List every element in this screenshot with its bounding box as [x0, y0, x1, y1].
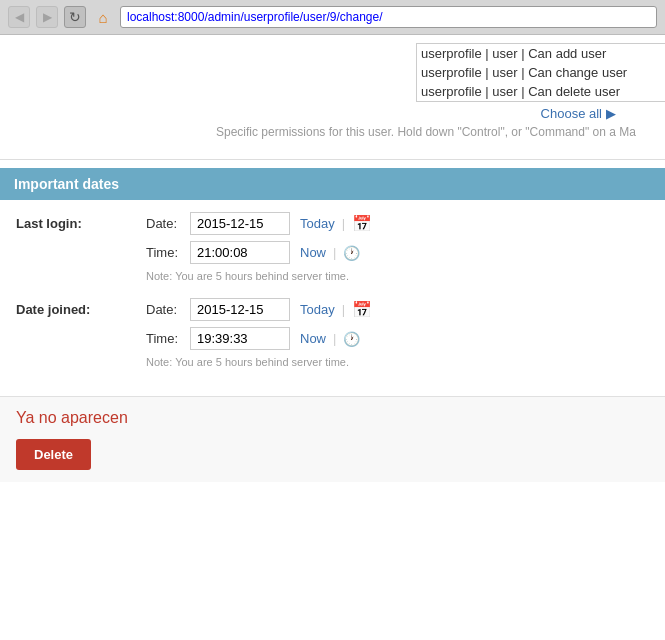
date-joined-clock-icon[interactable]: 🕐 [343, 331, 360, 347]
date-sublabel: Date: [146, 216, 184, 231]
delete-heading: Ya no aparecen [16, 409, 649, 427]
permissions-list[interactable]: userprofile | user | Can add user userpr… [416, 43, 665, 102]
date-joined-label: Date joined: [16, 298, 146, 317]
list-item[interactable]: userprofile | user | Can add user [417, 44, 665, 63]
last-login-today-button[interactable]: Today [300, 216, 335, 231]
last-login-time-row: Time: Now | 🕐 [146, 241, 649, 264]
last-login-calendar-icon[interactable]: 📅 [352, 214, 372, 233]
back-icon: ◀ [15, 10, 24, 24]
last-login-row: Last login: Date: Today | 📅 Time: Now | … [16, 212, 649, 282]
forward-button[interactable]: ▶ [36, 6, 58, 28]
date-joined-calendar-icon[interactable]: 📅 [352, 300, 372, 319]
important-dates-header: Important dates [0, 168, 665, 200]
page-content: userprofile | user | Can add user userpr… [0, 35, 665, 482]
date-joined-note: Note: You are 5 hours behind server time… [146, 356, 649, 368]
date-joined-time-row: Time: Now | 🕐 [146, 327, 649, 350]
date-joined-today-button[interactable]: Today [300, 302, 335, 317]
delete-button[interactable]: Delete [16, 439, 91, 470]
delete-section: Ya no aparecen Delete [0, 396, 665, 482]
choose-all-row: Choose all ▶ [216, 102, 616, 125]
choose-all-arrow-icon: ▶ [606, 106, 616, 121]
forward-icon: ▶ [43, 10, 52, 24]
browser-chrome: ◀ ▶ ↻ ⌂ localhost:8000/admin/userprofile… [0, 0, 665, 35]
form-section: Last login: Date: Today | 📅 Time: Now | … [0, 200, 665, 396]
divider [0, 159, 665, 160]
date-joined-time-sublabel: Time: [146, 331, 184, 346]
date-joined-date-sublabel: Date: [146, 302, 184, 317]
home-icon: ⌂ [98, 9, 107, 26]
list-item[interactable]: userprofile | user | Can change user [417, 63, 665, 82]
permissions-help-text: Specific permissions for this user. Hold… [216, 125, 649, 147]
reload-icon: ↻ [69, 9, 81, 25]
last-login-date-row: Date: Today | 📅 [146, 212, 649, 235]
last-login-now-button[interactable]: Now [300, 245, 326, 260]
back-button[interactable]: ◀ [8, 6, 30, 28]
last-login-note: Note: You are 5 hours behind server time… [146, 270, 649, 282]
date-joined-time-input[interactable] [190, 327, 290, 350]
address-bar[interactable]: localhost:8000/admin/userprofile/user/9/… [120, 6, 657, 28]
last-login-inputs: Date: Today | 📅 Time: Now | 🕐 Note: You … [146, 212, 649, 282]
date-joined-date-row: Date: Today | 📅 [146, 298, 649, 321]
time-sublabel: Time: [146, 245, 184, 260]
permissions-area: userprofile | user | Can add user userpr… [0, 35, 665, 151]
date-joined-inputs: Date: Today | 📅 Time: Now | 🕐 Note: You … [146, 298, 649, 368]
list-item[interactable]: userprofile | user | Can delete user [417, 82, 665, 101]
choose-all-link[interactable]: Choose all [541, 106, 602, 121]
date-joined-now-button[interactable]: Now [300, 331, 326, 346]
date-joined-row: Date joined: Date: Today | 📅 Time: Now |… [16, 298, 649, 368]
home-button[interactable]: ⌂ [92, 6, 114, 28]
date-joined-date-input[interactable] [190, 298, 290, 321]
url-text: localhost:8000/admin/userprofile/user/9/… [127, 10, 383, 24]
last-login-clock-icon[interactable]: 🕐 [343, 245, 360, 261]
last-login-label: Last login: [16, 212, 146, 231]
last-login-date-input[interactable] [190, 212, 290, 235]
reload-button[interactable]: ↻ [64, 6, 86, 28]
last-login-time-input[interactable] [190, 241, 290, 264]
